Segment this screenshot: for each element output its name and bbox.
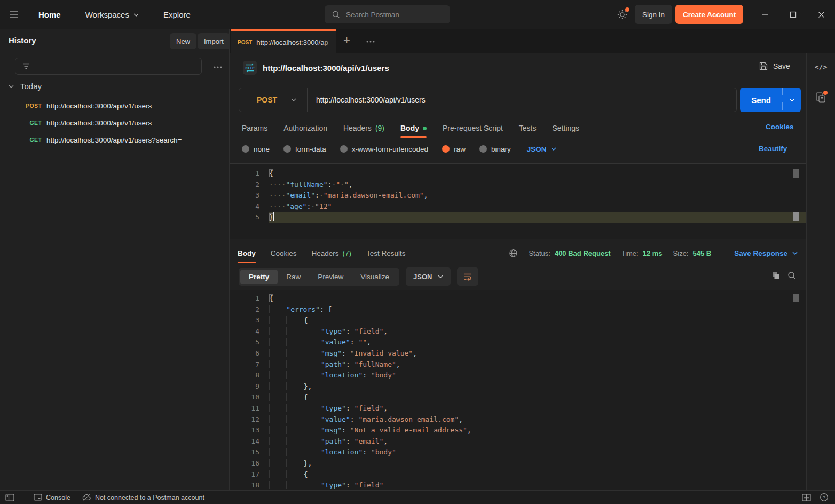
code-line-5[interactable]: 5 "value": "", bbox=[230, 337, 806, 348]
history-item[interactable]: GEThttp://localhost:3000/api/v1/users?se… bbox=[0, 131, 229, 148]
code-line-6[interactable]: 6 "msg": "Invalid value", bbox=[230, 348, 806, 359]
tab-params[interactable]: Params bbox=[242, 119, 267, 138]
toggle-sidebar-button[interactable] bbox=[5, 494, 14, 501]
code-line-3[interactable]: 3····"email":·"maria.dawson-email.com", bbox=[230, 190, 806, 201]
send-button[interactable]: Send bbox=[740, 88, 801, 112]
search-input[interactable] bbox=[345, 10, 438, 19]
tab-settings[interactable]: Settings bbox=[553, 119, 580, 138]
code-line-14[interactable]: 14 "path": "email", bbox=[230, 436, 806, 447]
new-tab-button[interactable]: + bbox=[343, 34, 350, 48]
active-line-mark bbox=[793, 212, 799, 220]
settings-gear-icon[interactable] bbox=[617, 9, 628, 20]
code-line-2[interactable]: 2····"fullName":·"·", bbox=[230, 179, 806, 191]
code-line-7[interactable]: 7 "path": "fullName", bbox=[230, 359, 806, 371]
code-line-16[interactable]: 16 }, bbox=[230, 458, 806, 469]
radio-selected[interactable] bbox=[442, 145, 450, 153]
body-type-binary[interactable]: binary bbox=[479, 145, 511, 153]
console-button[interactable]: Console bbox=[34, 494, 70, 501]
request-language-dropdown[interactable]: JSON bbox=[527, 145, 557, 153]
nav-home[interactable]: Home bbox=[33, 8, 66, 21]
beautify-link[interactable]: Beautify bbox=[759, 145, 787, 153]
body-type-none[interactable]: none bbox=[242, 145, 270, 153]
code-line-12[interactable]: 12 "value": "maria.dawson-email.com", bbox=[230, 414, 806, 426]
radio-unselected[interactable] bbox=[340, 145, 348, 153]
code-line-17[interactable]: 17 { bbox=[230, 469, 806, 481]
body-type-form-data[interactable]: form-data bbox=[283, 145, 326, 153]
code-line-3[interactable]: 3 { bbox=[230, 315, 806, 326]
cookies-link[interactable]: Cookies bbox=[766, 123, 794, 131]
import-button[interactable]: Import bbox=[198, 33, 230, 49]
nav-workspaces-label: Workspaces bbox=[85, 10, 129, 19]
tab-tests[interactable]: Tests bbox=[519, 119, 537, 138]
sign-in-button[interactable]: Sign In bbox=[635, 5, 672, 24]
radio-unselected[interactable] bbox=[242, 145, 249, 153]
radio-unselected[interactable] bbox=[479, 145, 487, 153]
copy-icon[interactable] bbox=[771, 271, 781, 280]
save-button[interactable]: Save bbox=[759, 61, 790, 71]
nav-workspaces[interactable]: Workspaces bbox=[80, 8, 144, 21]
code-line-18[interactable]: 18 "type": "field" bbox=[230, 480, 806, 490]
response-body-viewer[interactable]: 1{2 "errors": [3 {4 "type": "field",5 "v… bbox=[230, 290, 806, 490]
tab-authorization[interactable]: Authorization bbox=[283, 119, 327, 138]
hamburger-menu-icon[interactable] bbox=[10, 11, 18, 18]
response-tab-body[interactable]: Body bbox=[238, 243, 256, 263]
close-button[interactable] bbox=[817, 10, 826, 19]
code-snippet-icon[interactable]: </> bbox=[807, 63, 835, 71]
minimize-button[interactable] bbox=[760, 10, 769, 19]
filter-input[interactable] bbox=[36, 62, 193, 71]
scrollbar-thumb[interactable] bbox=[793, 294, 799, 302]
body-type-raw[interactable]: raw bbox=[442, 145, 466, 153]
wrap-lines-button[interactable] bbox=[457, 267, 478, 286]
code-line-10[interactable]: 10 { bbox=[230, 392, 806, 403]
global-search[interactable] bbox=[325, 5, 450, 23]
code-line-2[interactable]: 2 "errors": [ bbox=[230, 304, 806, 316]
send-options-chevron[interactable] bbox=[782, 88, 801, 112]
code-line-13[interactable]: 13 "msg": "Not a valid e-mail address", bbox=[230, 425, 806, 436]
radio-unselected[interactable] bbox=[283, 145, 291, 153]
code-line-4[interactable]: 4 "type": "field", bbox=[230, 326, 806, 337]
body-type-x-www-form-urlencoded[interactable]: x-www-form-urlencoded bbox=[340, 145, 428, 153]
body-type-label: form-data bbox=[295, 145, 326, 153]
split-pane-button[interactable] bbox=[802, 494, 811, 501]
save-response-button[interactable]: Save Response bbox=[724, 247, 798, 259]
tab-body[interactable]: Body bbox=[400, 119, 427, 138]
open-request-tab[interactable]: POST http://localhost:3000/ap bbox=[231, 29, 336, 53]
code-line-5[interactable]: 5} bbox=[230, 212, 806, 223]
history-item[interactable]: GEThttp://localhost:3000/api/v1/users bbox=[0, 114, 229, 131]
request-editor-scrollbar[interactable] bbox=[793, 166, 799, 238]
response-tab-headers[interactable]: Headers(7) bbox=[312, 243, 352, 263]
tab-headers[interactable]: Headers(9) bbox=[343, 119, 384, 138]
code-line-9[interactable]: 9 }, bbox=[230, 381, 806, 392]
search-response-icon[interactable] bbox=[787, 271, 797, 280]
nav-explore[interactable]: Explore bbox=[158, 8, 196, 21]
url-input[interactable]: http://localhost:3000/api/v1/users bbox=[308, 96, 426, 104]
code-line-1[interactable]: 1{ bbox=[230, 168, 806, 179]
history-filter[interactable] bbox=[15, 58, 202, 75]
code-line-15[interactable]: 15 "location": "body" bbox=[230, 447, 806, 458]
maximize-button[interactable] bbox=[789, 10, 798, 19]
response-language-dropdown[interactable]: JSON bbox=[406, 267, 450, 286]
new-button[interactable]: New bbox=[170, 33, 196, 49]
history-more-icon[interactable] bbox=[212, 62, 223, 72]
history-item[interactable]: POSThttp://localhost:3000/api/v1/users bbox=[0, 97, 229, 114]
help-button[interactable]: ? bbox=[820, 493, 829, 502]
response-tab-cookies[interactable]: Cookies bbox=[271, 243, 297, 263]
history-group-today[interactable]: Today bbox=[9, 82, 42, 91]
tab-pre-request-script[interactable]: Pre-request Script bbox=[443, 119, 503, 138]
request-body-editor[interactable]: 1{2····"fullName":·"·",3····"email":·"ma… bbox=[230, 163, 806, 239]
view-visualize[interactable]: Visualize bbox=[352, 270, 398, 284]
method-dropdown[interactable]: POST bbox=[239, 88, 308, 112]
view-preview[interactable]: Preview bbox=[309, 270, 352, 284]
response-tab-test-results[interactable]: Test Results bbox=[366, 243, 406, 263]
create-account-button[interactable]: Create Account bbox=[675, 5, 743, 24]
scrollbar-thumb[interactable] bbox=[793, 169, 799, 178]
response-scrollbar[interactable] bbox=[793, 293, 799, 488]
code-line-11[interactable]: 11 "type": "field", bbox=[230, 403, 806, 414]
code-line-8[interactable]: 8 "location": "body" bbox=[230, 370, 806, 381]
code-line-1[interactable]: 1{ bbox=[230, 293, 806, 304]
view-raw[interactable]: Raw bbox=[278, 270, 309, 284]
code-line-4[interactable]: 4····"age":·"12" bbox=[230, 201, 806, 212]
documentation-icon[interactable] bbox=[815, 92, 826, 104]
view-pretty[interactable]: Pretty bbox=[240, 270, 278, 284]
tab-options-icon[interactable] bbox=[366, 40, 375, 44]
